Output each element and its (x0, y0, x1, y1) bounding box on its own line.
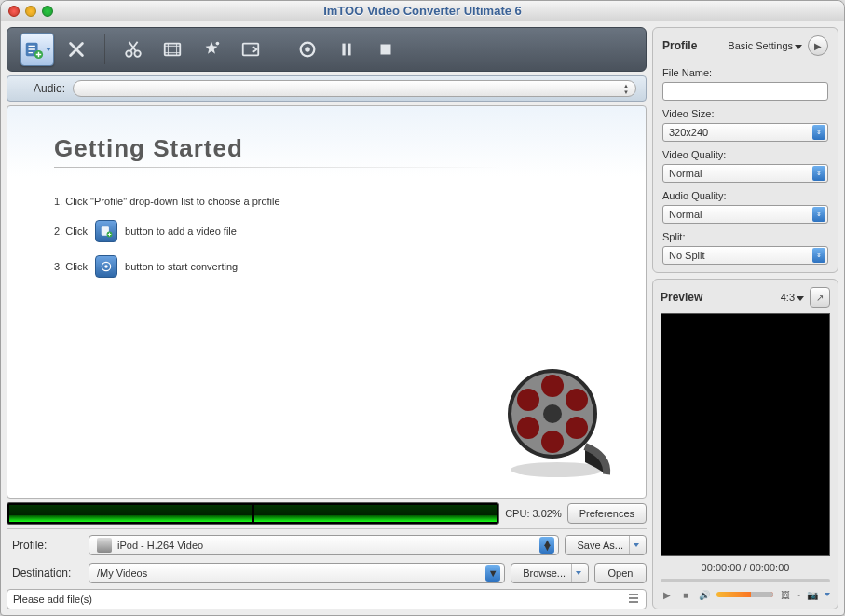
svg-point-5 (216, 42, 220, 46)
popout-button[interactable]: ↗ (810, 287, 830, 308)
audio-bar: Audio: ▲▼ (7, 75, 647, 102)
preview-panel: Preview 4:3 ↗ 00:00:00 / 00:00:00 ▶ ■ 🔊 … (652, 279, 838, 609)
panel-title-profile: Profile (662, 39, 697, 52)
play-button[interactable]: ▶ (661, 588, 674, 601)
snapshot-button[interactable]: 📷 (806, 588, 819, 601)
chevron-down-icon[interactable] (571, 564, 584, 582)
svg-point-22 (566, 417, 588, 439)
chevron-down-icon (46, 48, 51, 51)
destination-value: /My Videos (97, 568, 485, 579)
svg-point-2 (126, 50, 131, 56)
step-2: 2. Click button to add a video file (54, 220, 599, 242)
svg-rect-9 (342, 44, 345, 56)
file-name-input[interactable] (662, 82, 828, 101)
destination-select[interactable]: /My Videos ▼ (89, 563, 505, 583)
clip-button[interactable] (116, 33, 150, 66)
add-file-button[interactable] (20, 33, 54, 66)
volume-icon[interactable]: 🔊 (698, 588, 711, 601)
preview-time: 00:00:00 / 00:00:00 (661, 562, 830, 573)
add-file-icon (95, 220, 117, 242)
chevron-down-icon: ▼ (485, 565, 500, 582)
split-label: Split: (662, 231, 828, 242)
main-toolbar (7, 27, 647, 72)
app-window: ImTOO Video Converter Ultimate 6 (0, 0, 845, 616)
svg-point-23 (541, 431, 564, 453)
record-button[interactable] (291, 33, 324, 66)
chevron-updown-icon: ⇕ (812, 125, 825, 140)
browse-button[interactable]: Browse... (511, 563, 589, 583)
window-title: ImTOO Video Converter Ultimate 6 (1, 4, 844, 18)
chevron-updown-icon: ⇕ (812, 166, 825, 181)
basic-settings-tab[interactable]: Basic Settings (728, 40, 802, 51)
preferences-button[interactable]: Preferences (567, 503, 647, 524)
svg-rect-11 (381, 45, 391, 55)
step-3: 3. Click button to start converting (54, 255, 599, 278)
audio-label: Audio: (17, 82, 65, 95)
svg-point-20 (541, 375, 564, 397)
save-as-button[interactable]: Save As... (565, 535, 647, 555)
chevron-down-icon[interactable] (825, 593, 830, 596)
chevron-updown-icon: ▲▼ (539, 537, 554, 554)
next-page-button[interactable]: ▶ (808, 35, 828, 56)
titlebar: ImTOO Video Converter Ultimate 6 (1, 1, 844, 21)
profile-value: iPod - H.264 Video (117, 540, 539, 551)
svg-rect-4 (165, 44, 181, 56)
svg-point-19 (543, 404, 562, 423)
ipod-icon (97, 538, 112, 553)
content-area: Getting Started 1. Click "Profile" drop-… (7, 105, 647, 499)
profile-label: Profile: (7, 539, 83, 552)
merge-button[interactable] (234, 33, 267, 66)
cpu-graph (7, 502, 499, 525)
status-text: Please add file(s) (13, 594, 92, 605)
pause-button[interactable] (330, 33, 363, 66)
stepper-icon[interactable]: ▲▼ (620, 82, 632, 95)
svg-point-25 (517, 389, 539, 411)
chevron-updown-icon: ⇕ (812, 207, 825, 222)
audio-quality-select[interactable]: Normal ⇕ (662, 205, 828, 224)
toolbar-separator (104, 34, 105, 64)
svg-point-8 (305, 47, 310, 52)
svg-point-3 (134, 50, 140, 56)
stop-button[interactable] (369, 33, 402, 66)
toolbar-separator (279, 34, 279, 64)
chevron-updown-icon: ⇕ (812, 248, 825, 263)
split-select[interactable]: No Split ⇕ (662, 246, 828, 265)
preview-screen (661, 313, 830, 556)
open-button[interactable]: Open (594, 563, 647, 583)
video-quality-label: Video Quality: (662, 149, 828, 160)
getting-started-heading: Getting Started (54, 134, 599, 163)
video-size-label: Video Size: (662, 108, 828, 119)
destination-label: Destination: (7, 567, 83, 580)
divider (54, 167, 501, 168)
volume-slider[interactable] (716, 592, 773, 597)
list-view-icon[interactable] (627, 592, 640, 607)
profile-select[interactable]: iPod - H.264 Video ▲▼ (89, 535, 559, 555)
film-reel-icon (497, 358, 618, 479)
stop-preview-button[interactable]: ■ (679, 588, 692, 601)
audio-quality-label: Audio Quality: (662, 190, 828, 201)
video-quality-select[interactable]: Normal ⇕ (662, 164, 828, 183)
snapshot-folder-button[interactable]: 🖼 (779, 588, 792, 601)
edit-button[interactable] (156, 33, 189, 66)
step-1: 1. Click "Profile" drop-down list to cho… (54, 196, 599, 207)
svg-point-21 (566, 389, 588, 411)
chevron-down-icon[interactable] (629, 536, 642, 554)
aspect-ratio-select[interactable]: 4:3 (781, 292, 804, 303)
status-bar: Please add file(s) (7, 589, 647, 609)
file-name-label: File Name: (662, 67, 828, 78)
svg-point-24 (517, 417, 539, 439)
convert-icon (95, 255, 117, 278)
svg-rect-10 (348, 44, 350, 56)
video-size-select[interactable]: 320x240 ⇕ (662, 123, 828, 142)
seek-bar[interactable] (661, 579, 830, 582)
effects-button[interactable] (195, 33, 228, 66)
delete-button[interactable] (60, 33, 93, 66)
cpu-usage-label: CPU: 3.02% (505, 508, 562, 519)
svg-point-15 (104, 265, 108, 268)
audio-select[interactable]: ▲▼ (73, 80, 636, 97)
profile-panel: Profile Basic Settings ▶ File Name: Vide… (652, 27, 838, 273)
preview-title: Preview (661, 291, 702, 304)
